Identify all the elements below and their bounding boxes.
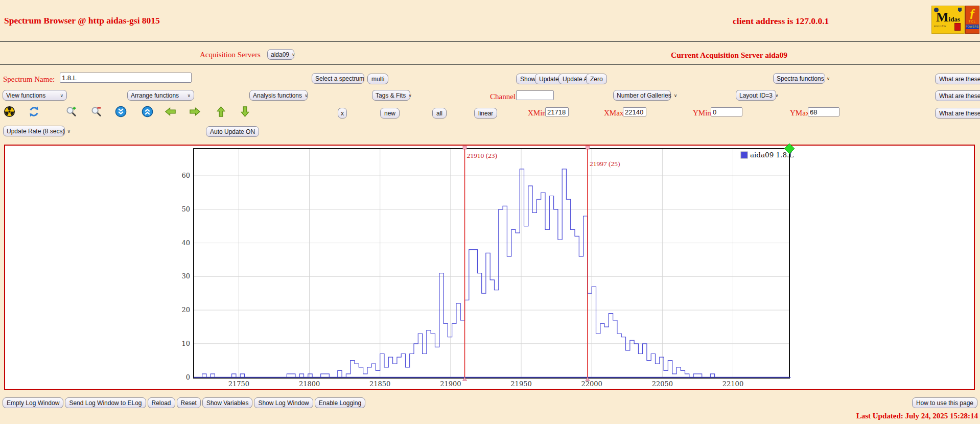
view-functions-label: View functions <box>6 92 45 99</box>
chevron-down-icon <box>60 93 63 98</box>
arrange-functions-label: Arrange functions <box>131 92 179 99</box>
svg-text:21850: 21850 <box>369 380 390 388</box>
refresh-icon[interactable] <box>28 106 40 117</box>
double-arrow-down-icon[interactable] <box>115 106 127 117</box>
current-server-label: Current Acquisition Server aida09 <box>671 51 787 60</box>
chevron-down-icon <box>292 52 295 57</box>
acquisition-servers-label: Acquisition Servers <box>200 51 261 59</box>
acquisition-server-select[interactable]: aida09 <box>267 49 294 60</box>
channel-label: Channel: <box>490 92 518 101</box>
tcl-powered-text: POWERED <box>966 25 979 29</box>
send-log-window-to-elog-button[interactable]: Send Log Window to ELog <box>65 397 146 408</box>
channel-input[interactable] <box>516 90 554 100</box>
svg-text:10: 10 <box>181 340 190 347</box>
svg-text:0: 0 <box>186 373 190 381</box>
chevron-down-icon <box>187 93 191 98</box>
layout-id-select[interactable]: Layout ID=3 <box>736 90 776 101</box>
client-address: client address is 127.0.0.1 <box>733 16 829 27</box>
spectrum-name-input[interactable] <box>60 73 192 83</box>
number-of-galleries-label: Number of Galleries <box>617 92 671 99</box>
midas-logo-shield <box>958 8 962 12</box>
chevron-down-icon <box>408 93 412 98</box>
reset-button[interactable]: Reset <box>177 397 201 408</box>
spectra-functions-label: Spectra functions <box>777 75 824 82</box>
analysis-functions-label: Analysis functions <box>253 92 302 99</box>
enable-logging-button[interactable]: Enable Logging <box>315 397 365 408</box>
what-are-these-button-1[interactable]: What are these? <box>935 74 980 84</box>
zero-button[interactable]: Zero <box>586 74 607 84</box>
midas-logo[interactable]: Midas powered by <box>931 6 965 34</box>
divider <box>0 41 980 42</box>
svg-text:40: 40 <box>181 239 190 247</box>
ymax-label: YMax <box>790 109 809 117</box>
log-controls: Empty Log Window Send Log Window to ELog… <box>3 397 365 408</box>
chevron-down-icon <box>305 93 308 98</box>
tcl-logo-text: TCL <box>969 19 976 23</box>
midas-logo-figure <box>954 23 961 31</box>
svg-text:21997 (25): 21997 (25) <box>590 160 620 168</box>
x-button[interactable]: x <box>338 108 347 119</box>
svg-text:21900: 21900 <box>440 380 461 388</box>
svg-text:22000: 22000 <box>581 380 602 388</box>
what-are-these-button-3[interactable]: What are these? <box>935 108 980 119</box>
ymin-label: YMin <box>693 109 711 117</box>
svg-text:20: 20 <box>181 306 190 314</box>
arrow-down-icon[interactable] <box>239 106 251 117</box>
histogram-plot[interactable]: 2175021800218502190021950220002205022100… <box>5 146 974 389</box>
linear-button[interactable]: linear <box>474 108 497 119</box>
xmax-input[interactable] <box>623 107 646 116</box>
show-log-window-button[interactable]: Show Log Window <box>254 397 313 408</box>
empty-log-window-button[interactable]: Empty Log Window <box>3 397 63 408</box>
auto-update-button[interactable]: Auto Update ON <box>206 126 259 137</box>
svg-text:21910 (23): 21910 (23) <box>467 152 498 159</box>
svg-text:21800: 21800 <box>299 380 320 388</box>
arrow-up-icon[interactable] <box>215 106 227 117</box>
svg-text:22050: 22050 <box>652 380 673 388</box>
view-functions-select[interactable]: View functions <box>3 90 67 101</box>
update-rate-select[interactable]: Update Rate (8 secs) <box>3 126 65 136</box>
analysis-functions-select[interactable]: Analysis functions <box>249 90 308 101</box>
svg-text:22100: 22100 <box>722 380 743 388</box>
xmin-input[interactable] <box>545 107 569 116</box>
zoom-in-icon[interactable] <box>65 106 77 117</box>
acquisition-server-value: aida09 <box>271 51 289 58</box>
reload-button[interactable]: Reload <box>148 397 175 408</box>
svg-text:30: 30 <box>181 272 190 280</box>
number-of-galleries-select[interactable]: Number of Galleries <box>613 90 671 101</box>
all-button[interactable]: all <box>432 108 447 119</box>
arrow-left-icon[interactable] <box>165 106 176 117</box>
ymax-input[interactable] <box>808 107 839 116</box>
what-are-these-button-2[interactable]: What are these? <box>935 90 980 101</box>
multi-button[interactable]: multi <box>367 74 388 84</box>
spectra-functions-select[interactable]: Spectra functions <box>773 73 825 84</box>
page-title: Spectrum Browser @ http aidas-gsi 8015 <box>4 15 160 26</box>
radiation-icon[interactable] <box>4 106 15 117</box>
chevron-down-icon <box>775 93 779 98</box>
tcl-powered-logo[interactable]: ƒ TCL POWERED <box>965 6 979 34</box>
arrange-functions-select[interactable]: Arrange functions <box>127 90 194 101</box>
svg-text:aida09 1.8.L: aida09 1.8.L <box>750 151 794 159</box>
xmin-label: XMin <box>528 109 546 117</box>
show-variables-button[interactable]: Show Variables <box>202 397 253 408</box>
spectrum-chart[interactable]: 2175021800218502190021950220002205022100… <box>4 145 975 390</box>
spectrum-browser-page: Spectrum Browser @ http aidas-gsi 8015 c… <box>0 0 980 424</box>
zoom-out-icon[interactable] <box>90 106 102 117</box>
select-a-spectrum-label: Select a spectrum <box>315 75 364 82</box>
tags-fits-select[interactable]: Tags & Fits <box>372 90 410 101</box>
ymin-input[interactable] <box>711 107 742 116</box>
svg-text:21950: 21950 <box>510 380 531 388</box>
new-button[interactable]: new <box>380 108 400 119</box>
chevron-down-icon <box>827 76 830 81</box>
how-to-use-this-page-button[interactable]: How to use this page <box>912 397 977 408</box>
spectrum-name-label: Spectrum Name: <box>3 75 55 84</box>
select-a-spectrum[interactable]: Select a spectrum <box>312 73 364 84</box>
chevron-down-icon <box>674 93 678 98</box>
svg-text:50: 50 <box>181 205 190 213</box>
last-updated-label: Last Updated: July 24, 2025 15:28:14 <box>856 412 978 420</box>
update-rate-label: Update Rate (8 secs) <box>7 128 64 135</box>
xmax-label: XMax <box>604 109 623 117</box>
divider <box>0 64 980 65</box>
double-arrow-up-icon[interactable] <box>142 106 153 117</box>
arrow-right-icon[interactable] <box>189 106 201 117</box>
tags-fits-label: Tags & Fits <box>376 92 406 99</box>
